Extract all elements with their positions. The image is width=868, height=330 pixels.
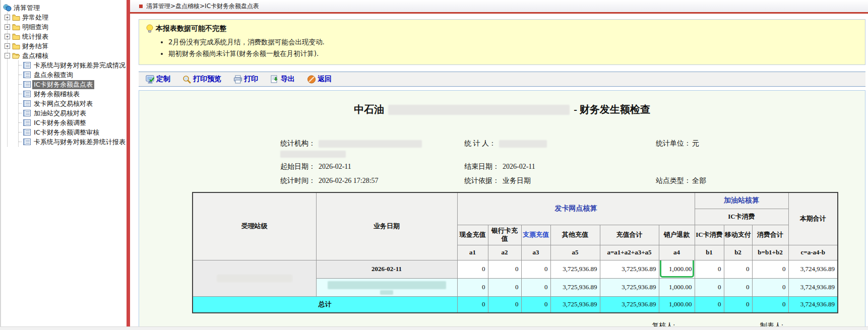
sidebar-item-ic-card-balance-sheet[interactable]: IC卡财务余额盘点表 <box>19 80 127 89</box>
breadcrumb-rule <box>130 12 868 14</box>
value-b1: 0 <box>695 260 724 278</box>
col-header-bank-card: 银行卡充值 <box>488 225 521 245</box>
formula-b2: b2 <box>724 245 752 260</box>
report-doc-icon <box>23 110 31 116</box>
value-a1: 0 <box>457 260 488 278</box>
sidebar-item-station-trade-check[interactable]: 加油站交易核对表 <box>19 108 127 118</box>
report-doc-icon <box>23 62 31 69</box>
col-header-cheque-link[interactable]: 支票充值 <box>521 225 550 245</box>
value-a: 3,725,936.89 <box>600 260 659 278</box>
tree-folder-label: 异常处理 <box>22 13 48 22</box>
unit-label: 统计单位： <box>656 139 691 148</box>
tree-folder-label: 盘点稽核 <box>22 51 48 60</box>
formula-a3: a3 <box>521 245 550 260</box>
tree-folder-inventory-audit[interactable]: - 盘点稽核 <box>5 51 127 60</box>
sidebar-item-card-vs-finance-diff-status[interactable]: 卡系统与财务对账差异完成情况 <box>19 60 127 70</box>
print-button[interactable]: 打印 <box>233 75 258 84</box>
redacted-company-name <box>388 105 570 115</box>
export-button[interactable]: 导出 <box>270 75 295 84</box>
report-meta: 统计机构： 统 计 人： 统计单位： 元 <box>280 139 865 186</box>
sidebar-item-ic-balance-adjust-review[interactable]: IC卡财务余额调整审核 <box>19 127 127 137</box>
col-header-cash: 现金充值 <box>457 225 488 245</box>
value-a2: 0 <box>488 296 521 313</box>
value-a3: 0 <box>521 260 550 278</box>
expand-plus-icon[interactable]: + <box>5 15 10 20</box>
formula-b: b=b1+b2 <box>752 245 788 260</box>
end-date-label: 结束日期： <box>464 162 500 171</box>
signature-row: 复核人: ______________ 制表人: ______________ <box>192 321 837 326</box>
tree-folder-abnormal[interactable]: + 异常处理 <box>5 13 127 22</box>
col-header-period-total: 本期合计 <box>788 192 838 245</box>
export-label: 导出 <box>281 75 295 84</box>
tree-root-label: 清算管理 <box>14 4 40 13</box>
start-date-value: 2026-02-11 <box>319 163 351 171</box>
nav-tree-sidebar: 清算管理 + 异常处理 + 明细查询 + 统计报表 + 财务结算 <box>0 0 127 326</box>
customize-button[interactable]: 定制 <box>146 75 170 84</box>
back-button[interactable]: 返回 <box>307 75 332 84</box>
sidebar-item-card-vs-finance-diff-stat[interactable]: 卡系统与财务对账差异统计报表 <box>19 137 127 147</box>
network-globe-icon <box>3 4 12 12</box>
red-panel-divider[interactable] <box>127 0 130 326</box>
tree-level1-group: + 异常处理 + 明细查询 + 统计报表 + 财务结算 - <box>7 13 127 147</box>
magnifier-icon <box>182 75 192 84</box>
customize-label: 定制 <box>156 75 170 84</box>
horizontal-scrollbar-track[interactable] <box>0 326 868 330</box>
value-a4-text: 1,000.00 <box>669 265 692 273</box>
report-doc-icon <box>23 129 31 136</box>
site-type-label: 站点类型： <box>656 176 691 185</box>
sidebar-item-finance-balance-audit[interactable]: 财务余额稽核表 <box>19 89 127 99</box>
value-a1: 0 <box>457 278 488 296</box>
value-a4: 1,000.00 <box>659 278 695 296</box>
tree-folder-detail-query[interactable]: + 明细查询 <box>5 22 127 32</box>
sidebar-item-label: 发卡网点交易核对表 <box>32 99 94 108</box>
collapse-minus-icon[interactable]: - <box>5 53 10 58</box>
end-date-value: 2026-02-11 <box>503 163 535 171</box>
expand-plus-icon[interactable]: + <box>5 43 10 49</box>
sidebar-item-label: 加油站交易核对表 <box>32 109 88 118</box>
col-header-ic-consume: IC卡消费 <box>695 225 724 245</box>
formula-b1: b1 <box>695 245 724 260</box>
warning-title: 本报表数据可能不完整 <box>156 24 226 33</box>
formula-a2: a2 <box>488 245 521 260</box>
site-type-value: 全部 <box>692 176 706 185</box>
value-a: 3,725,936.89 <box>600 296 659 313</box>
value-a4: 1,000.00 <box>659 296 695 313</box>
sidebar-item-label: IC卡财务余额调整审核 <box>32 128 101 137</box>
value-b: 0 <box>752 260 788 278</box>
col-header-date: 业务日期 <box>316 192 457 260</box>
redacted-org-value <box>319 140 422 148</box>
main-content: 清算管理>盘点稽核>IC卡财务余额盘点表 本报表数据可能不完整 2月份没有完成系… <box>130 0 868 326</box>
group-header-fuel-station: 加油站核算 <box>695 192 788 209</box>
report-doc-icon <box>23 139 31 145</box>
preparer-line: ______________ <box>784 322 833 326</box>
col-header-mobile-pay: 移动支付 <box>724 225 752 245</box>
formula-c: c=a-a4-b <box>788 245 838 260</box>
sidebar-item-label: 卡系统与财务对账差异统计报表 <box>32 138 127 147</box>
sidebar-item-label: 财务余额稽核表 <box>32 90 81 99</box>
redacted-person-value <box>499 140 547 148</box>
value-a5: 3,725,936.89 <box>550 278 600 296</box>
tree-folder-stat-report[interactable]: + 统计报表 <box>5 32 127 41</box>
expand-plus-icon[interactable]: + <box>5 24 10 30</box>
sidebar-item-ic-balance-adjust[interactable]: IC卡财务余额调整 <box>19 118 127 127</box>
sidebar-item-inventory-balance-query[interactable]: 盘点余额查询 <box>19 70 127 80</box>
stat-time-label: 统计时间： <box>280 176 316 185</box>
data-warning-box: 本报表数据可能不完整 2月份没有完成系统月结，消费数据可能会出现变动. 期初财务… <box>139 19 865 65</box>
tree-folder-finance-settle[interactable]: + 财务结算 <box>5 41 127 51</box>
folder-icon <box>12 43 20 49</box>
print-preview-button[interactable]: 打印预览 <box>182 75 221 84</box>
tree-folder-label: 财务结算 <box>22 42 48 51</box>
finance-report-table: 受理站级 业务日期 发卡网点核算 加油站核算 本期合计 IC卡消费 现金充值 银… <box>192 192 838 313</box>
report-title-prefix: 中石油 <box>354 103 384 116</box>
expand-plus-icon[interactable]: + <box>5 34 10 39</box>
reviewer-line: ______________ <box>675 322 725 326</box>
value-a2: 0 <box>488 278 521 296</box>
folder-icon <box>12 24 20 30</box>
report-doc-icon <box>23 72 31 78</box>
redacted-substation-wrap <box>380 290 393 295</box>
sidebar-item-issuer-trade-check[interactable]: 发卡网点交易核对表 <box>19 99 127 108</box>
printer-icon <box>233 75 242 84</box>
sidebar-item-label: IC卡财务余额调整 <box>32 118 88 127</box>
col-header-consume-total: 消费合计 <box>752 225 788 245</box>
tree-root-item[interactable]: 清算管理 <box>3 3 127 13</box>
